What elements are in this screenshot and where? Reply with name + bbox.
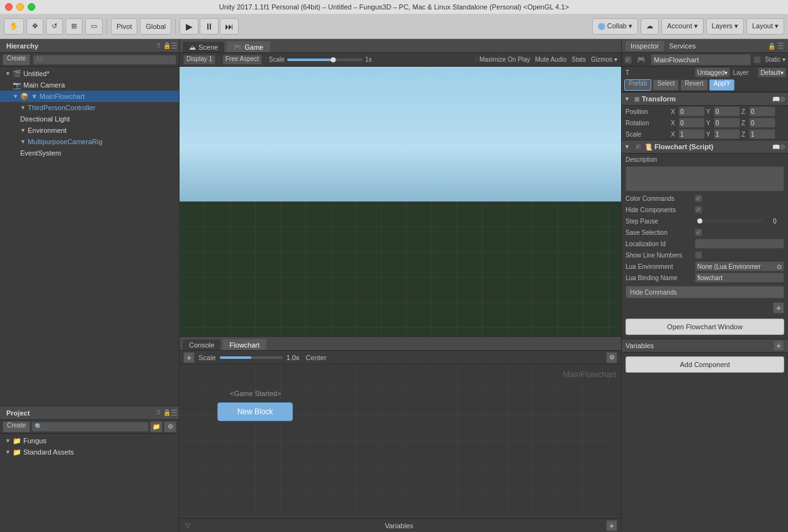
hierarchy-create-button[interactable]: Create [3, 54, 30, 65]
hierarchy-item-multipurposecamerarig[interactable]: ▼ MultipurposeCameraRig [0, 136, 179, 147]
hand-tool-button[interactable]: ✋ [4, 18, 24, 35]
tab-services[interactable]: Services [664, 41, 700, 51]
lua-env-pick-icon[interactable]: ⊙ [777, 263, 782, 270]
hide-components-checkbox[interactable] [695, 206, 702, 213]
maximize-btn[interactable]: Maximize On Play [479, 56, 530, 63]
tab-inspector[interactable]: Inspector [625, 41, 664, 51]
hierarchy-item-mainflowchart[interactable]: ▼ 📦 ▼ MainFlowchart [0, 91, 179, 102]
hierarchy-item-eventsystem[interactable]: EventSystem [0, 147, 179, 159]
scale-y-input[interactable]: 1 [714, 129, 740, 139]
revert-button[interactable]: Revert [680, 79, 707, 91]
color-commands-checkbox[interactable] [695, 195, 702, 202]
hierarchy-item-thirdpersoncontroller[interactable]: ▼ ThirdPersonController [0, 102, 179, 113]
tab-console[interactable]: Console [182, 339, 221, 350]
object-name-input[interactable] [651, 54, 751, 65]
hierarchy-lock-button[interactable]: 🔒 [163, 42, 171, 49]
cloud-button[interactable]: ☁ [641, 18, 659, 35]
rotation-x-input[interactable]: 0 [678, 118, 705, 128]
scale-x-input[interactable]: 1 [678, 129, 705, 139]
add-variable-button[interactable]: + [606, 520, 617, 531]
project-drag-handle[interactable]: ⠿ [156, 409, 161, 416]
flowchart-add-button[interactable]: + [183, 352, 195, 363]
project-lock-button[interactable]: 🔒 [163, 409, 171, 416]
hierarchy-search-input[interactable] [33, 55, 176, 65]
flowchart-settings-button[interactable]: ⚙ [606, 352, 617, 363]
scale-z-input[interactable]: 1 [749, 129, 775, 139]
tab-game[interactable]: 🎮 Game [226, 41, 270, 52]
object-enabled-checkbox[interactable] [624, 56, 632, 64]
add-variable-button[interactable]: + [773, 340, 784, 351]
project-item-standardassets[interactable]: ▼ 📁 Standard Assets [0, 446, 179, 458]
minimize-button[interactable] [16, 3, 24, 11]
flowchart-script-header[interactable]: ▼ 📜 Flowchart (Script) 📖 ⚙ [622, 140, 788, 154]
hierarchy-item-untitled[interactable]: ▼ 🎬 Untitled* [0, 68, 179, 79]
flowchart-canvas[interactable]: MainFlowchart <Game Started> New Block [180, 365, 621, 518]
new-block-button[interactable]: New Block [217, 402, 293, 421]
layout-dropdown[interactable]: Layout ▾ [746, 18, 784, 35]
flowchart-scale-slider[interactable] [220, 356, 283, 359]
tab-flowchart[interactable]: Flowchart [222, 339, 266, 350]
localization-id-input[interactable] [695, 239, 784, 249]
center-btn[interactable]: Center [305, 354, 326, 361]
aspect-dropdown[interactable]: Free Aspect [222, 55, 262, 65]
rotation-y-input[interactable]: 0 [714, 118, 740, 128]
inspector-drag-handle[interactable]: 🔒 ☰ [768, 42, 784, 50]
save-selection-checkbox[interactable] [695, 229, 702, 236]
rotation-z-input[interactable]: 0 [749, 118, 775, 128]
hierarchy-item-environment[interactable]: ▼ Environment [0, 125, 179, 136]
project-title: Project [0, 406, 36, 420]
pivot-button[interactable]: Pivot [111, 18, 137, 35]
gizmos-btn[interactable]: Gizmos ▾ [591, 56, 617, 63]
add-commands-button[interactable]: + [773, 302, 784, 314]
scale-slider[interactable] [287, 59, 363, 61]
lua-binding-name-input[interactable] [695, 273, 784, 283]
project-settings-button[interactable]: ⚙ [164, 421, 176, 433]
layers-dropdown[interactable]: Layers ▾ [706, 18, 744, 35]
filter-icon[interactable]: ▽ [183, 521, 192, 530]
position-y-input[interactable]: 0 [714, 106, 740, 116]
chevron-down-icon: ▼ [20, 105, 26, 111]
project-item-fungus[interactable]: ▼ 📁 Fungus [0, 435, 179, 446]
tab-scene[interactable]: ⛰ Scene [182, 41, 225, 52]
play-button[interactable]: ▶ [180, 18, 198, 35]
hierarchy-menu-button[interactable]: ☰ [171, 42, 178, 50]
hide-commands-button[interactable]: Hide Commands [625, 286, 784, 298]
toolbar-right: ⬤ Collab ▾ ☁ Account ▾ Layers ▾ Layout ▾ [592, 18, 784, 35]
hierarchy-item-directionallight[interactable]: Directional Light [0, 113, 179, 125]
apply-button[interactable]: ApplY [709, 79, 735, 91]
move-tool-button[interactable]: ✥ [26, 18, 43, 35]
hierarchy-drag-handle[interactable]: ⠿ [156, 42, 161, 49]
static-checkbox[interactable] [753, 56, 761, 64]
project-create-button[interactable]: Create [3, 421, 30, 433]
rotate-tool-button[interactable]: ↺ [46, 18, 63, 35]
maximize-button[interactable] [28, 3, 35, 11]
project-menu-button[interactable]: ☰ [171, 409, 178, 417]
pause-button[interactable]: ⏸ [200, 18, 219, 35]
stats-btn[interactable]: Stats [572, 56, 586, 63]
position-z-input[interactable]: 0 [749, 106, 775, 116]
step-pause-slider[interactable] [697, 220, 763, 222]
hierarchy-item-maincamera[interactable]: 📷 Main Camera [0, 79, 179, 91]
step-button[interactable]: ⏭ [220, 18, 239, 35]
position-x-input[interactable]: 0 [678, 106, 705, 116]
show-line-numbers-checkbox[interactable] [695, 251, 702, 259]
scale-tool-button[interactable]: ⊞ [66, 18, 83, 35]
mute-btn[interactable]: Mute Audio [535, 56, 566, 63]
select-button[interactable]: Select [653, 79, 679, 91]
account-dropdown[interactable]: Account ▾ [661, 18, 704, 35]
flowchart-enabled-checkbox[interactable] [634, 143, 642, 150]
transform-component-header[interactable]: ▼ ⊞ Transform 📖 ⚙ [622, 92, 788, 106]
scale-label: Scale [269, 56, 285, 63]
add-component-button[interactable]: Add Component [625, 356, 784, 373]
project-folder-button[interactable]: 📁 [150, 421, 163, 433]
open-flowchart-button[interactable]: Open Flowchart Window [625, 319, 784, 335]
close-button[interactable] [5, 3, 13, 11]
collab-button[interactable]: ⬤ Collab ▾ [592, 18, 638, 35]
layer-dropdown[interactable]: Default ▾ [758, 67, 786, 77]
project-search-input[interactable] [31, 422, 149, 432]
description-input[interactable] [625, 166, 784, 191]
display-dropdown[interactable]: Display 1 [183, 55, 215, 65]
tag-dropdown[interactable]: Untagged ▾ [695, 67, 730, 77]
global-button[interactable]: Global [140, 18, 171, 35]
rect-tool-button[interactable]: ▭ [85, 18, 103, 35]
